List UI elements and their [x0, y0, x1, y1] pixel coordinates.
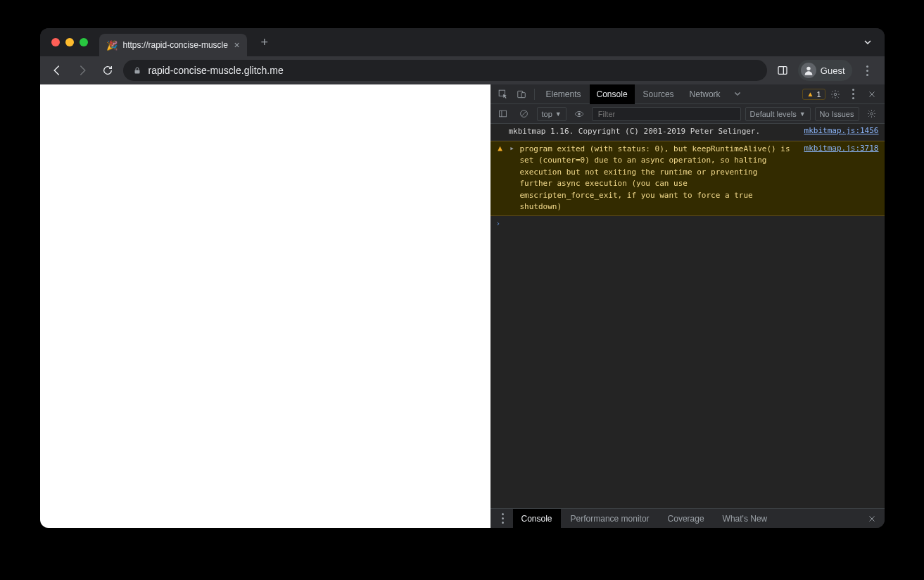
svg-point-3 — [806, 67, 810, 70]
log-text: mkbitmap 1.16. Copyright (C) 2001-2019 P… — [509, 126, 795, 138]
devtools-tab-bar: Elements Console Sources Network ▲ 1 — [491, 84, 885, 104]
drawer-tab-console[interactable]: Console — [513, 509, 561, 529]
close-window-button[interactable] — [51, 38, 60, 46]
console-log-row: mkbitmap 1.16. Copyright (C) 2001-2019 P… — [491, 124, 885, 141]
more-tabs-icon[interactable] — [729, 86, 746, 103]
profile-button[interactable]: Guest — [798, 60, 852, 81]
warning-count: 1 — [816, 90, 821, 99]
inspect-element-icon[interactable] — [495, 86, 512, 103]
drawer-tab-coverage[interactable]: Coverage — [659, 509, 713, 529]
svg-line-11 — [521, 111, 526, 116]
window-controls — [51, 38, 88, 46]
device-toolbar-icon[interactable] — [513, 86, 530, 103]
maximize-window-button[interactable] — [80, 38, 88, 46]
forward-button[interactable] — [72, 61, 92, 80]
drawer-tab-whatsnew[interactable]: What's New — [714, 509, 776, 529]
console-sidebar-toggle-icon[interactable] — [495, 106, 512, 122]
browser-menu-button[interactable] — [858, 61, 878, 80]
tab-list-chevron-icon[interactable] — [863, 38, 872, 46]
profile-label: Guest — [821, 65, 845, 76]
warning-text: program exited (with status: 0), but kee… — [520, 144, 795, 213]
live-expression-icon[interactable] — [571, 106, 588, 122]
devtools-menu-icon[interactable] — [845, 86, 862, 103]
drawer-menu-icon[interactable] — [495, 510, 512, 527]
svg-rect-8 — [500, 111, 507, 117]
svg-rect-1 — [778, 67, 787, 75]
clear-console-icon[interactable] — [516, 106, 533, 122]
warning-icon: ▲ — [496, 144, 505, 213]
issues-button[interactable]: No Issues — [815, 107, 859, 121]
reload-button[interactable] — [98, 61, 118, 80]
warning-triangle-icon: ▲ — [806, 90, 814, 98]
warnings-badge[interactable]: ▲ 1 — [802, 89, 825, 100]
log-levels-selector[interactable]: Default levels ▼ — [745, 107, 811, 121]
address-bar[interactable]: rapid-concise-muscle.glitch.me — [123, 60, 767, 81]
console-filter-input[interactable] — [592, 107, 741, 121]
back-button[interactable] — [47, 61, 67, 80]
tab-console[interactable]: Console — [590, 84, 635, 104]
console-settings-icon[interactable] — [863, 106, 880, 122]
devtools-settings-icon[interactable] — [827, 86, 844, 103]
svg-rect-6 — [521, 92, 525, 97]
avatar-icon — [801, 63, 816, 78]
minimize-window-button[interactable] — [65, 38, 74, 46]
svg-rect-0 — [134, 70, 139, 74]
svg-point-13 — [871, 113, 873, 115]
execution-context-selector[interactable]: top ▼ — [537, 107, 567, 121]
console-messages: mkbitmap 1.16. Copyright (C) 2001-2019 P… — [491, 124, 885, 508]
browser-window: 🎉 https://rapid-concise-muscle.g × + rap… — [40, 28, 885, 528]
drawer-close-icon[interactable] — [863, 510, 880, 527]
lock-icon[interactable] — [133, 66, 141, 75]
url-text: rapid-concise-muscle.glitch.me — [148, 65, 284, 76]
content-area: Elements Console Sources Network ▲ 1 — [40, 84, 885, 528]
devtools-close-icon[interactable] — [863, 86, 880, 103]
console-toolbar: top ▼ Default levels ▼ No Issues — [491, 104, 885, 124]
tab-elements[interactable]: Elements — [539, 84, 588, 104]
page-viewport[interactable] — [40, 84, 491, 528]
tab-favicon-icon: 🎉 — [106, 41, 118, 50]
log-source-link[interactable]: mkbitmap.js:1456 — [804, 126, 879, 138]
tab-title: https://rapid-concise-muscle.g — [123, 40, 229, 50]
side-panel-button[interactable] — [773, 61, 792, 80]
console-warning-row: ▲ ▸ program exited (with status: 0), but… — [491, 141, 885, 216]
devtools-panel: Elements Console Sources Network ▲ 1 — [491, 84, 885, 528]
svg-point-12 — [578, 113, 581, 115]
devtools-drawer: Console Performance monitor Coverage Wha… — [491, 508, 885, 528]
tab-sources[interactable]: Sources — [636, 84, 681, 104]
new-tab-button[interactable]: + — [255, 33, 274, 51]
tab-network[interactable]: Network — [683, 84, 728, 104]
console-prompt[interactable]: › — [491, 216, 885, 231]
browser-tab[interactable]: 🎉 https://rapid-concise-muscle.g × — [99, 34, 247, 56]
tab-strip: 🎉 https://rapid-concise-muscle.g × + — [40, 28, 885, 56]
browser-toolbar: rapid-concise-muscle.glitch.me Guest — [40, 56, 885, 84]
expand-arrow-icon[interactable]: ▸ — [509, 144, 516, 213]
drawer-tab-perf[interactable]: Performance monitor — [562, 509, 658, 529]
warning-source-link[interactable]: mkbitmap.js:3718 — [804, 144, 879, 213]
blank-icon — [496, 126, 505, 138]
svg-point-7 — [834, 93, 837, 96]
tab-close-icon[interactable]: × — [234, 39, 240, 51]
